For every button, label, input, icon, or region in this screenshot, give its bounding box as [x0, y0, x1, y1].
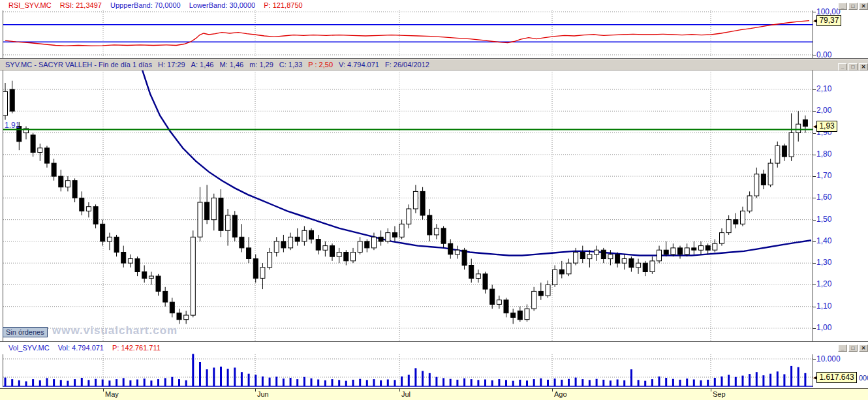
title-high: H: 17:29 [158, 61, 185, 69]
price-tick-label: 1,70 [816, 171, 831, 180]
price-tick-label: 1,80 [816, 149, 831, 159]
price-tick [813, 176, 816, 177]
price-tick [813, 133, 816, 134]
price-tick-label: 1,60 [816, 192, 831, 202]
volume-value: Vol: 4.794.071 [58, 344, 104, 352]
month-label-sep: Sep [713, 390, 726, 398]
volume-tick-10000 [813, 359, 816, 360]
month-tick [711, 388, 711, 392]
rsi-indicator-name: RSI_SYV.MC [8, 1, 52, 9]
month-tick [399, 388, 400, 392]
price-tick [813, 241, 816, 242]
title-open: A: 1,46 [191, 61, 214, 69]
month-label-jun: Jun [257, 390, 269, 398]
month-tick [103, 388, 104, 392]
green-line-price-label: 1.91 [5, 121, 20, 130]
title-max: M: 1,46 [219, 61, 243, 69]
price-tick [813, 198, 816, 198]
volume-panel-header: Vol_SYV.MC Vol: 4.794.071 P: 142.761.711 [8, 344, 167, 352]
maximize-icon[interactable]: □ [848, 63, 858, 70]
rsi-window-buttons: _ □ ✕ [838, 3, 868, 10]
rsi-panel-header: RSI_SYV.MC RSI: 21,3497 UppperBand: 70,0… [8, 1, 309, 9]
price-tick [813, 263, 816, 264]
volume-scale-top: 10.000 [816, 354, 841, 363]
minimize-icon[interactable]: _ [838, 63, 847, 70]
candlestick-plot [0, 70, 868, 342]
month-label-jul: Jul [401, 390, 411, 398]
last-price-box: ◀ 1,93 [813, 121, 837, 132]
volume-scale-partial-label: 000 [859, 374, 868, 382]
month-tick [255, 388, 256, 392]
price-tick [813, 89, 816, 90]
instrument-title: SYV.MC - SACYR VALLEH - Fin de día 1 día… [5, 61, 152, 69]
price-tick [813, 285, 816, 285]
visualchart-watermark: www.visualchart.com [52, 324, 178, 337]
month-label-may: May [105, 390, 119, 398]
title-p: P : 2,50 [308, 61, 333, 69]
title-close: C: 1,33 [279, 61, 302, 69]
volume-window-buttons: _ □ ✕ [838, 345, 868, 352]
time-axis [0, 388, 868, 400]
main-chart-title-bar[interactable]: SYV.MC - SACYR VALLEH - Fin de día 1 día… [0, 59, 868, 70]
rsi-p-value: P: 121,8750 [264, 1, 302, 9]
month-label-ago: Ago [554, 390, 567, 398]
price-tick-label: 1,40 [816, 236, 831, 245]
price-tick [813, 328, 816, 329]
title-min: m: 1,29 [249, 61, 273, 69]
price-tick-label: 1,50 [816, 215, 831, 224]
last-volume-box: ◀ 1.617.643 [813, 372, 857, 383]
rsi-value: RSI: 21,3497 [60, 1, 102, 9]
maximize-icon[interactable]: □ [848, 3, 858, 10]
rsi-scale-bottom: 0,00 [816, 50, 831, 59]
close-icon[interactable]: ✕ [859, 3, 868, 10]
price-tick [813, 155, 816, 155]
price-tick-label: 1,10 [816, 301, 831, 311]
price-tick-label: 1,00 [816, 323, 831, 332]
sin-ordenes-button[interactable]: Sin órdenes [3, 327, 48, 337]
price-tick [813, 111, 816, 112]
rsi-current-value-box: ◀ 79,37 [813, 15, 841, 26]
price-tick-label: 1,30 [816, 258, 831, 267]
minimize-icon[interactable]: _ [838, 3, 847, 10]
rsi-upper-band: UppperBand: 70,0000 [110, 1, 181, 9]
month-tick [552, 388, 553, 392]
close-icon[interactable]: ✕ [859, 345, 868, 352]
rsi-tick-0 [813, 55, 816, 55]
price-tick-label: 1,20 [816, 279, 831, 288]
rsi-lower-band: LowerBand: 30,0000 [189, 1, 256, 9]
rsi-tick-100 [813, 12, 816, 12]
title-volume: V: 4.794.071 [339, 61, 379, 69]
close-icon[interactable]: ✕ [859, 63, 868, 70]
title-date: F: 26/04/2012 [385, 61, 429, 69]
main-window-buttons: _ □ ✕ [838, 63, 868, 70]
volume-indicator-name: Vol_SYV.MC [8, 344, 50, 352]
price-tick [813, 307, 816, 307]
maximize-icon[interactable]: □ [848, 345, 858, 352]
minimize-icon[interactable]: _ [838, 345, 847, 352]
visual-chart-window: RSI_SYV.MC RSI: 21,3497 UppperBand: 70,0… [0, 0, 868, 400]
volume-p-value: P: 142.761.711 [112, 344, 161, 352]
price-tick-label: 2,00 [816, 106, 831, 115]
price-tick [813, 220, 816, 221]
price-tick-label: 2,10 [816, 84, 831, 93]
